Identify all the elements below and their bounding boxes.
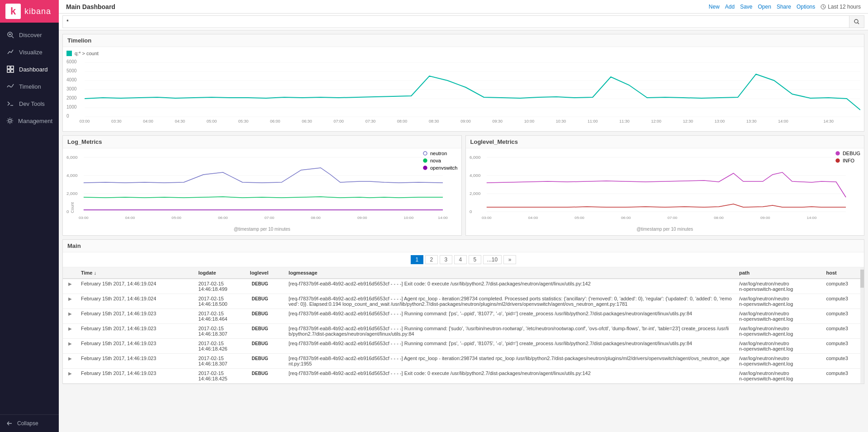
- row-logmessage-2: [req-f7837b9f-eab8-4b92-acd2-eb916d5653c…: [285, 309, 735, 324]
- new-button[interactable]: New: [709, 4, 720, 10]
- options-button[interactable]: Options: [797, 4, 815, 10]
- page-btn-1[interactable]: 1: [411, 255, 423, 264]
- svg-text:3000: 3000: [66, 86, 77, 91]
- svg-text:4,000: 4,000: [470, 173, 480, 178]
- search-button[interactable]: [849, 15, 864, 28]
- page-btn-5[interactable]: 5: [469, 255, 481, 264]
- svg-text:11:30: 11:30: [619, 119, 630, 123]
- svg-rect-3: [7, 66, 10, 69]
- legend-neutron-label: neutron: [430, 151, 447, 156]
- sidebar-item-devtools[interactable]: Dev Tools: [0, 95, 59, 112]
- svg-text:04:00: 04:00: [125, 215, 135, 220]
- expand-icon-0[interactable]: ▶: [66, 281, 74, 286]
- col-host[interactable]: host: [822, 267, 864, 279]
- svg-text:07:00: 07:00: [333, 119, 344, 123]
- row-expand-0[interactable]: ▶: [63, 279, 77, 294]
- svg-text:07:00: 07:00: [667, 215, 677, 220]
- svg-text:03:00: 03:00: [79, 215, 89, 220]
- scrollbar[interactable]: [860, 267, 864, 384]
- col-logmessage[interactable]: logmessage: [285, 267, 735, 279]
- expand-icon-4[interactable]: ▶: [66, 341, 74, 346]
- time-range-label: Last 12 hours: [828, 4, 861, 10]
- sidebar-item-visualize[interactable]: Visualize: [0, 43, 59, 61]
- expand-icon-6[interactable]: ▶: [66, 371, 74, 376]
- svg-text:05:00: 05:00: [574, 215, 584, 220]
- row-path-0: /var/log/neutron/neutron-openvswitch-age…: [735, 279, 822, 294]
- save-button[interactable]: Save: [740, 4, 752, 10]
- row-expand-4[interactable]: ▶: [63, 339, 77, 354]
- log-metrics-x-label: @timestamp per 10 minutes: [66, 227, 458, 232]
- page-btn-10[interactable]: ...10: [483, 255, 502, 264]
- svg-text:06:00: 06:00: [218, 215, 228, 220]
- row-logmessage-5: [req-f7837b9f-eab8-4b92-acd2-eb916d5653c…: [285, 354, 735, 369]
- scrollbar-thumb[interactable]: [860, 270, 864, 288]
- share-button[interactable]: Share: [777, 4, 791, 10]
- svg-text:12:00: 12:00: [651, 119, 661, 123]
- page-btn-4[interactable]: 4: [454, 255, 467, 264]
- sidebar-item-management[interactable]: Management: [0, 112, 59, 129]
- svg-text:Count: Count: [70, 202, 75, 213]
- col-logdate[interactable]: logdate: [194, 267, 246, 279]
- expand-icon-1[interactable]: ▶: [66, 296, 74, 301]
- col-time[interactable]: Time ↓: [77, 267, 194, 279]
- page-btn-next[interactable]: »: [503, 255, 516, 264]
- row-host-4: compute3: [822, 339, 864, 354]
- svg-text:14:00: 14:00: [778, 119, 788, 123]
- logo[interactable]: k kibana: [0, 0, 59, 23]
- add-button[interactable]: Add: [725, 4, 735, 10]
- table-header: Time ↓ logdate loglevel logmessage path …: [63, 267, 864, 279]
- row-host-3: compute3: [822, 324, 864, 339]
- loglevel-badge-2: DEBUG: [250, 311, 270, 317]
- svg-text:04:00: 04:00: [143, 119, 153, 123]
- legend-nova: nova: [422, 157, 458, 164]
- expand-icon-5[interactable]: ▶: [66, 356, 74, 361]
- svg-text:08:00: 08:00: [397, 119, 408, 123]
- legend-debug: DEBUG: [835, 150, 860, 157]
- row-expand-1[interactable]: ▶: [63, 294, 77, 309]
- loglevel-metrics-title: Loglevel_Metrics: [466, 136, 864, 148]
- collapse-button[interactable]: Collapse: [0, 414, 59, 432]
- page-btn-2[interactable]: 2: [425, 255, 438, 264]
- row-path-2: /var/log/neutron/neutron-openvswitch-age…: [735, 309, 822, 324]
- row-host-5: compute3: [822, 354, 864, 369]
- main-table-section: Main 1 2 3 4 5 ...10 »: [62, 239, 864, 384]
- collapse-label: Collapse: [17, 420, 38, 427]
- topbar: Main Dashboard New Add Save Open Share O…: [59, 0, 868, 14]
- svg-text:08:00: 08:00: [714, 215, 724, 220]
- open-button[interactable]: Open: [758, 4, 771, 10]
- row-logdate-3: 2017-02-1514:46:18.307: [194, 324, 246, 339]
- sidebar-item-discover[interactable]: Discover: [0, 26, 59, 43]
- row-host-2: compute3: [822, 309, 864, 324]
- row-expand-5[interactable]: ▶: [63, 354, 77, 369]
- sidebar-item-timelion[interactable]: Timelion: [0, 78, 59, 95]
- expand-icon-3[interactable]: ▶: [66, 326, 74, 331]
- svg-text:14:00: 14:00: [806, 215, 816, 220]
- svg-text:04:30: 04:30: [175, 119, 185, 123]
- sidebar-item-management-label: Management: [18, 118, 52, 124]
- svg-text:1000: 1000: [66, 104, 77, 109]
- time-range-button[interactable]: Last 12 hours: [821, 4, 861, 10]
- svg-point-75: [836, 159, 840, 162]
- search-input[interactable]: [62, 15, 849, 28]
- col-loglevel[interactable]: loglevel: [247, 267, 285, 279]
- page-btn-3[interactable]: 3: [440, 255, 452, 264]
- svg-text:10:00: 10:00: [524, 119, 535, 123]
- dashboard-content: Timelion q:* > count 6000 5000 4000 3000…: [59, 30, 868, 432]
- row-expand-6[interactable]: ▶: [63, 369, 77, 384]
- row-expand-3[interactable]: ▶: [63, 324, 77, 339]
- row-host-1: compute3: [822, 294, 864, 309]
- timelion-panel: Timelion q:* > count 6000 5000 4000 3000…: [62, 34, 864, 132]
- main-table-title: Main: [63, 240, 864, 252]
- row-time-0: February 15th 2017, 14:46:19.024: [77, 279, 194, 294]
- sidebar-item-dashboard[interactable]: Dashboard: [0, 61, 59, 78]
- loglevel-badge-3: DEBUG: [250, 326, 270, 332]
- row-time-2: February 15th 2017, 14:46:19.023: [77, 309, 194, 324]
- main-content: Main Dashboard New Add Save Open Share O…: [59, 0, 868, 432]
- sidebar: k kibana Discover Visualize Dashboard T: [0, 0, 59, 432]
- svg-point-1: [9, 33, 11, 35]
- svg-text:07:30: 07:30: [365, 119, 376, 123]
- row-expand-2[interactable]: ▶: [63, 309, 77, 324]
- svg-point-55: [423, 166, 427, 170]
- col-path[interactable]: path: [735, 267, 822, 279]
- expand-icon-2[interactable]: ▶: [66, 311, 74, 316]
